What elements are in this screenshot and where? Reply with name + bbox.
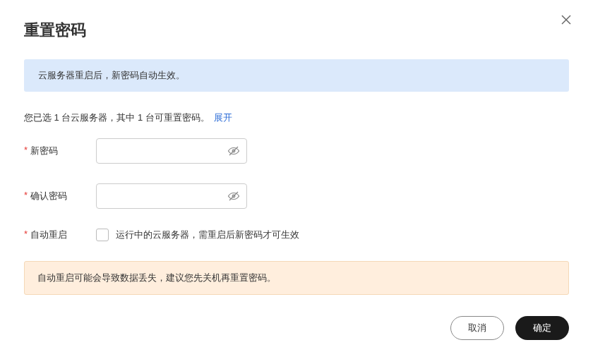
- auto-restart-checkbox[interactable]: [96, 229, 109, 241]
- row-new-password: * 新密码: [24, 138, 569, 164]
- close-icon: [561, 14, 575, 25]
- toggle-visibility-icon[interactable]: [227, 145, 240, 157]
- selection-text: 您已选 1 台云服务器，其中 1 台可重置密码。: [24, 112, 210, 123]
- close-button[interactable]: [561, 14, 575, 28]
- label-confirm-password: * 确认密码: [24, 190, 96, 202]
- new-password-input[interactable]: [96, 138, 247, 164]
- row-auto-restart: * 自动重启 运行中的云服务器，需重启后新密码才可生效: [24, 229, 569, 241]
- info-banner-text: 云服务器重启后，新密码自动生效。: [38, 70, 185, 80]
- info-banner: 云服务器重启后，新密码自动生效。: [24, 59, 569, 92]
- label-new-password: * 新密码: [24, 145, 96, 157]
- confirm-password-input-wrap: [96, 183, 247, 209]
- expand-link[interactable]: 展开: [214, 112, 232, 123]
- confirm-password-input[interactable]: [96, 183, 247, 209]
- dialog-title: 重置密码: [24, 20, 569, 41]
- dialog-footer: 取消 确定: [24, 316, 569, 340]
- toggle-visibility-icon[interactable]: [227, 190, 240, 202]
- new-password-input-wrap: [96, 138, 247, 164]
- label-auto-restart: * 自动重启: [24, 229, 96, 241]
- required-mark: *: [24, 229, 28, 239]
- selection-summary: 您已选 1 台云服务器，其中 1 台可重置密码。 展开: [24, 111, 569, 124]
- warning-text: 自动重启可能会导致数据丢失，建议您先关机再重置密码。: [37, 272, 276, 283]
- label-confirm-password-text: 确认密码: [30, 190, 67, 202]
- cancel-button[interactable]: 取消: [450, 316, 504, 340]
- required-mark: *: [24, 145, 28, 155]
- auto-restart-checkbox-wrap: 运行中的云服务器，需重启后新密码才可生效: [96, 229, 299, 241]
- label-auto-restart-text: 自动重启: [30, 229, 67, 241]
- label-new-password-text: 新密码: [30, 145, 58, 157]
- auto-restart-desc: 运行中的云服务器，需重启后新密码才可生效: [116, 229, 299, 241]
- row-confirm-password: * 确认密码: [24, 183, 569, 209]
- confirm-button[interactable]: 确定: [515, 316, 569, 340]
- reset-password-dialog: 重置密码 云服务器重启后，新密码自动生效。 您已选 1 台云服务器，其中 1 台…: [0, 0, 593, 364]
- warning-banner: 自动重启可能会导致数据丢失，建议您先关机再重置密码。: [24, 261, 569, 295]
- required-mark: *: [24, 190, 28, 200]
